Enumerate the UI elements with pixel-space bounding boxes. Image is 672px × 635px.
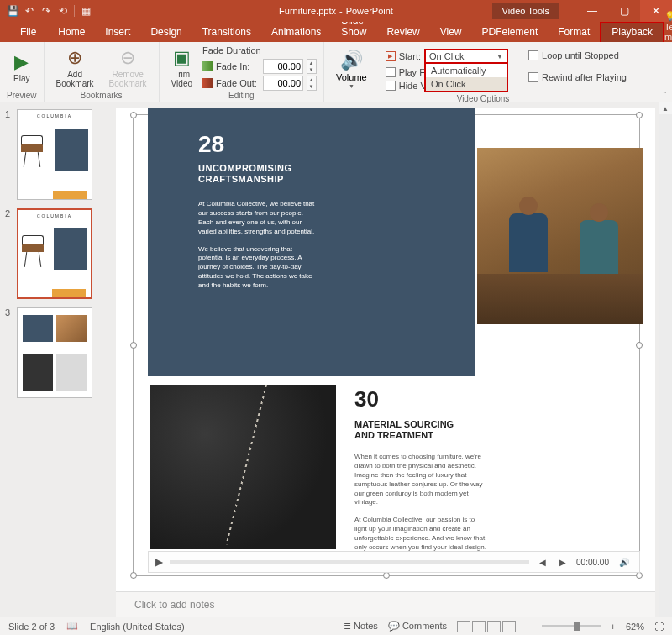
heading-number: 28 xyxy=(198,131,475,158)
rewind-checkbox[interactable] xyxy=(528,72,538,82)
window-title: Furniture.pptx - PowerPoint xyxy=(279,6,393,16)
start-from-beginning-icon[interactable]: ▦ xyxy=(78,2,93,20)
tab-transitions[interactable]: Transitions xyxy=(192,23,261,42)
sorter-view-button[interactable] xyxy=(472,621,486,632)
video-controls: ▶ ◀ ▶ 00:00.00 🔊 xyxy=(148,551,640,573)
vertical-scrollbar[interactable]: ▲ xyxy=(659,102,672,617)
resize-handle[interactable] xyxy=(636,572,643,579)
option-automatically[interactable]: Automatically xyxy=(426,64,507,77)
file-name: Furniture.pptx xyxy=(279,6,336,16)
slideshow-view-button[interactable] xyxy=(502,621,516,632)
resize-handle[interactable] xyxy=(636,112,643,118)
fit-to-window-button[interactable]: ⛶ xyxy=(654,622,664,632)
volume-icon: 🔊 xyxy=(340,50,363,71)
view-buttons xyxy=(457,621,516,632)
slide-canvas[interactable]: 28 UNCOMPROMISINGCRAFTSMANSHIP At Columb… xyxy=(116,108,655,591)
maximize-button[interactable]: ▢ xyxy=(608,0,640,22)
start-dropdown[interactable]: On Click▼ xyxy=(424,49,508,64)
minimize-button[interactable]: — xyxy=(576,0,608,22)
redo-icon[interactable]: ↷ xyxy=(39,2,54,20)
bookmark-remove-icon: ⊖ xyxy=(120,47,135,69)
trim-video-button[interactable]: ▣Trim Video xyxy=(166,45,197,90)
section-30: 30 MATERIAL SOURCINGAND TREATMENT When i… xyxy=(150,385,640,560)
status-bar: Slide 2 of 3 📖 English (United States) ≣… xyxy=(0,617,672,635)
slide-thumbnail-3[interactable] xyxy=(17,307,92,398)
resize-handle[interactable] xyxy=(130,342,137,349)
loop-checkbox[interactable] xyxy=(528,50,538,60)
tab-review[interactable]: Review xyxy=(376,23,429,42)
video-volume-icon[interactable]: 🔊 xyxy=(616,558,633,567)
zoom-out-button[interactable]: − xyxy=(526,622,531,632)
fade-in-input[interactable]: 00.00 xyxy=(263,59,303,74)
group-bookmarks: Bookmarks xyxy=(81,91,123,102)
fade-duration-label: Fade Duration xyxy=(202,45,317,57)
start-label: Start: xyxy=(399,51,421,61)
zoom-handle[interactable] xyxy=(574,622,580,631)
comments-button[interactable]: 💬 Comments xyxy=(388,621,447,632)
start-icon: ▶ xyxy=(386,51,396,61)
tell-me-search[interactable]: 💡 Tell me... xyxy=(664,11,672,42)
tab-animations[interactable]: Animations xyxy=(261,23,331,42)
notes-pane[interactable]: Click to add notes xyxy=(116,591,655,617)
body-text: We believe that uncovering that potentia… xyxy=(198,245,316,291)
play-button[interactable]: ▶Play xyxy=(8,50,34,85)
bookmark-add-icon: ⊕ xyxy=(67,47,82,69)
play-full-screen-checkbox[interactable] xyxy=(386,67,396,77)
tab-format[interactable]: Format xyxy=(548,23,600,42)
volume-button[interactable]: 🔊Volume▼ xyxy=(331,48,372,91)
video-step-back-button[interactable]: ◀ xyxy=(536,558,549,567)
tab-insert[interactable]: Insert xyxy=(95,23,140,42)
title-bar: 💾 ↶ ↷ ⟲ ▦ Furniture.pptx - PowerPoint Vi… xyxy=(0,0,672,22)
body-text: At Columbia Collective, we believe that … xyxy=(198,200,316,236)
zoom-slider[interactable] xyxy=(542,625,601,627)
option-on-click[interactable]: On Click xyxy=(426,77,507,91)
tab-file[interactable]: File xyxy=(8,23,48,42)
hide-while-not-playing-checkbox[interactable] xyxy=(386,81,396,91)
remove-bookmark-button: ⊖Remove Bookmark xyxy=(104,45,152,90)
slide-indicator[interactable]: Slide 2 of 3 xyxy=(8,622,55,632)
normal-view-button[interactable] xyxy=(457,621,470,632)
notes-button[interactable]: ≣ Notes xyxy=(344,621,378,632)
heading-number: 30 xyxy=(354,386,640,412)
tab-view[interactable]: View xyxy=(430,23,472,42)
tab-playback[interactable]: Playback xyxy=(600,21,664,42)
collapse-ribbon-icon[interactable]: ˄ xyxy=(663,91,667,99)
fade-out-input[interactable]: 00.00 xyxy=(263,76,303,91)
section-28: 28 UNCOMPROMISINGCRAFTSMANSHIP At Columb… xyxy=(148,108,475,376)
video-play-button[interactable]: ▶ xyxy=(155,556,163,568)
slide-thumbnails-panel: 1 COLUMBIA 2 COLUMBIA 3 xyxy=(0,102,99,617)
group-editing: Editing xyxy=(228,91,255,102)
undo-icon[interactable]: ↶ xyxy=(22,2,37,20)
repeat-icon[interactable]: ⟲ xyxy=(55,2,71,20)
resize-handle[interactable] xyxy=(130,112,137,118)
start-dropdown-list: Automatically On Click xyxy=(424,64,508,92)
tab-design[interactable]: Design xyxy=(140,23,192,42)
slide-thumbnail-2[interactable]: COLUMBIA xyxy=(17,208,92,299)
resize-handle[interactable] xyxy=(130,572,137,579)
fade-out-spinner[interactable]: ▲▼ xyxy=(307,76,317,91)
resize-handle[interactable] xyxy=(636,342,643,349)
resize-handle[interactable] xyxy=(383,572,390,579)
heading-text: UNCOMPROMISINGCRAFTSMANSHIP xyxy=(198,163,475,185)
chair-graphic xyxy=(21,135,46,167)
slide-thumbnail-1[interactable]: COLUMBIA xyxy=(17,109,92,200)
fade-out-icon xyxy=(202,78,213,88)
add-bookmark-button[interactable]: ⊕Add Bookmark xyxy=(51,45,99,90)
quick-access-toolbar: 💾 ↶ ↷ ⟲ ▦ xyxy=(0,2,93,20)
tab-pdfelement[interactable]: PDFelement xyxy=(472,23,549,42)
ribbon: ▶Play Preview ⊕Add Bookmark ⊖Remove Book… xyxy=(0,42,672,102)
trim-icon: ▣ xyxy=(173,47,191,69)
zoom-level[interactable]: 62% xyxy=(626,622,644,632)
video-seek-track[interactable] xyxy=(170,560,529,564)
video-step-fwd-button[interactable]: ▶ xyxy=(556,558,570,567)
slide-canvas-area: 28 UNCOMPROMISINGCRAFTSMANSHIP At Columb… xyxy=(99,102,672,617)
zoom-in-button[interactable]: + xyxy=(611,622,616,632)
save-icon[interactable]: 💾 xyxy=(5,2,20,20)
reading-view-button[interactable] xyxy=(487,621,501,632)
tab-home[interactable]: Home xyxy=(48,23,95,42)
video-time: 00:00.00 xyxy=(576,558,609,567)
ribbon-tabs: File Home Insert Design Transitions Anim… xyxy=(0,22,672,42)
fade-in-spinner[interactable]: ▲▼ xyxy=(307,59,317,74)
language-indicator[interactable]: English (United States) xyxy=(90,622,185,632)
spellcheck-icon[interactable]: 📖 xyxy=(66,621,78,632)
